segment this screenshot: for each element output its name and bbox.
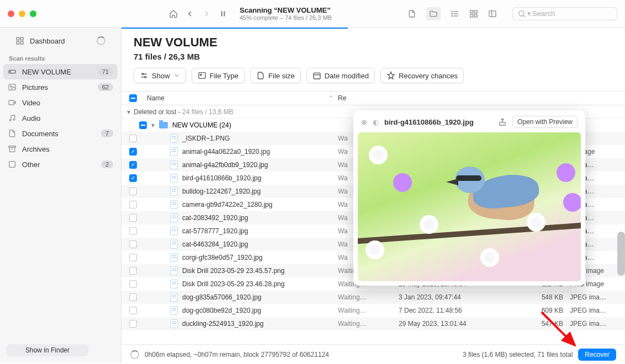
sidebar-item-other[interactable]: Other 2 — [0, 157, 121, 172]
svg-rect-8 — [470, 10, 473, 13]
column-name[interactable]: Name ⌃ — [145, 94, 338, 102]
folder-checkbox[interactable] — [139, 121, 147, 129]
back-icon[interactable] — [186, 9, 194, 19]
spinner-icon — [130, 350, 139, 359]
file-name: cat-2083492_1920.jpg — [182, 214, 248, 222]
sidebar-item-video[interactable]: Video — [0, 95, 121, 110]
preview-filename: bird-g41610866b_1920.jpg — [384, 118, 492, 126]
sidebar-section-label: Scan results — [0, 49, 121, 64]
close-window-icon[interactable] — [8, 10, 14, 17]
folder-view-icon[interactable] — [426, 7, 441, 20]
window-controls[interactable] — [8, 10, 36, 17]
select-all-checkbox[interactable] — [129, 94, 137, 102]
sidebar-item-new-volume[interactable]: NEW VOLUME 71 — [3, 64, 118, 79]
status-scan-text: 0h06m elapsed, ~0h07m remain, block 2779… — [145, 351, 329, 358]
preview-status-icon: ◐ — [373, 118, 379, 126]
sidebar-toggle-icon[interactable] — [488, 9, 497, 19]
file-name: animal-g44a0622a0_1920.jpg — [182, 148, 270, 156]
table-header: Name ⌃ Re — [121, 91, 625, 105]
file-icon — [170, 213, 178, 222]
svg-point-26 — [13, 119, 15, 120]
show-in-finder-button[interactable]: Show in Finder — [7, 344, 88, 356]
sidebar-item-archives[interactable]: Archives — [0, 141, 121, 157]
file-icon — [170, 319, 178, 328]
show-chip[interactable]: Show — [134, 68, 186, 83]
svg-line-15 — [523, 15, 525, 17]
file-icon — [170, 240, 178, 249]
sidebar-dashboard[interactable]: Dashboard — [8, 33, 113, 49]
row-checkbox[interactable] — [129, 267, 137, 275]
file-icon — [170, 266, 178, 275]
sidebar-item-documents[interactable]: Documents 7 — [0, 126, 121, 141]
volume-subtitle: 71 files / 26,3 MB — [134, 52, 613, 61]
date-modified: 3 Jan 2023, 09:47:44 — [399, 293, 520, 301]
file-size-chip[interactable]: File size — [250, 68, 301, 83]
forward-icon[interactable] — [202, 9, 211, 19]
file-name: Disk Drill 2023-05-29 23.46.28.png — [182, 280, 284, 288]
pause-icon[interactable] — [219, 9, 227, 19]
file-row[interactable]: dog-g835a57066_1920.jpgWaiting…3 Jan 202… — [121, 291, 625, 304]
svg-rect-35 — [199, 73, 205, 79]
svg-rect-17 — [20, 38, 23, 40]
svg-point-33 — [142, 73, 144, 75]
file-name: bird-g41610866b_1920.jpg — [182, 174, 261, 182]
row-checkbox[interactable] — [129, 320, 137, 328]
row-checkbox[interactable] — [129, 161, 137, 169]
file-view-icon[interactable] — [407, 9, 416, 19]
row-checkbox[interactable] — [129, 280, 137, 288]
svg-rect-19 — [20, 41, 23, 44]
minimize-window-icon[interactable] — [19, 10, 25, 17]
row-checkbox[interactable] — [129, 227, 137, 235]
file-icon — [170, 280, 178, 288]
row-checkbox[interactable] — [129, 293, 137, 301]
svg-rect-30 — [9, 162, 15, 168]
row-checkbox[interactable] — [129, 307, 137, 314]
svg-rect-12 — [489, 11, 496, 17]
home-icon[interactable] — [169, 9, 178, 19]
list-view-icon[interactable] — [451, 9, 459, 19]
recovery-chances-chip[interactable]: Recovery chances — [380, 68, 464, 83]
archive-icon — [8, 144, 17, 153]
share-icon[interactable] — [498, 117, 507, 127]
date-modified: 7 Dec 2022, 11:48:56 — [399, 307, 520, 314]
sidebar-item-audio[interactable]: Audio — [0, 110, 121, 126]
file-row[interactable]: dog-gc080be92d_1920.jpgWaiting…7 Dec 202… — [121, 304, 625, 317]
file-size: 547 KB — [520, 320, 570, 328]
preview-popover: ⊗ ◐ bird-g41610866b_1920.jpg Open with P… — [353, 110, 585, 286]
other-icon — [8, 160, 17, 169]
search-input[interactable]: ▾ Search — [512, 7, 617, 20]
recover-button[interactable]: Recover — [578, 349, 616, 361]
file-type-chip[interactable]: File Type — [192, 68, 245, 83]
grid-view-icon[interactable] — [469, 9, 478, 19]
volume-title: NEW VOLUME — [134, 35, 613, 50]
svg-point-5 — [452, 12, 452, 12]
file-icon — [170, 134, 178, 143]
file-icon — [170, 293, 178, 302]
file-name: Disk Drill 2023-05-29 23.45.57.png — [182, 267, 284, 275]
row-checkbox[interactable] — [129, 201, 137, 208]
open-with-preview-button[interactable]: Open with Preview — [512, 116, 578, 128]
svg-point-7 — [452, 16, 452, 17]
svg-point-25 — [9, 120, 11, 121]
row-checkbox[interactable] — [129, 214, 137, 222]
sidebar-item-pictures[interactable]: Pictures 62 — [0, 79, 121, 95]
row-checkbox[interactable] — [129, 240, 137, 248]
file-name: cat-5778777_1920.jpg — [182, 227, 248, 235]
date-modified-chip[interactable]: Date modified — [306, 68, 375, 83]
zoom-window-icon[interactable] — [30, 10, 36, 17]
column-recovery[interactable]: Re — [338, 94, 399, 102]
row-checkbox[interactable] — [129, 254, 137, 261]
row-checkbox[interactable] — [129, 148, 137, 156]
scrollbar-thumb[interactable] — [617, 232, 625, 276]
folder-icon — [159, 122, 168, 129]
file-row[interactable]: duckling-2524913_1920.jpgWaiting…29 May … — [121, 317, 625, 330]
recovery-status: Waiting… — [338, 293, 399, 301]
svg-rect-18 — [17, 41, 19, 44]
svg-rect-28 — [9, 147, 14, 152]
row-checkbox[interactable] — [129, 188, 137, 195]
row-checkbox[interactable] — [129, 135, 137, 142]
file-icon — [170, 147, 178, 156]
close-preview-icon[interactable]: ⊗ — [361, 118, 367, 126]
svg-point-14 — [519, 10, 524, 15]
row-checkbox[interactable] — [129, 174, 137, 182]
